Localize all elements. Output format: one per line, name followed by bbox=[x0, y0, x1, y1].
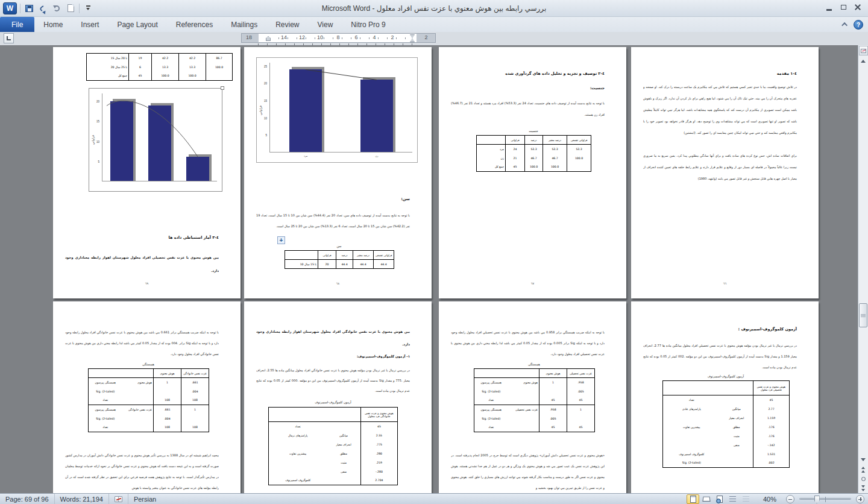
minimize-ribbon-icon[interactable] bbox=[841, 22, 848, 28]
redo-button[interactable] bbox=[51, 3, 62, 14]
table-title: آزمون کلموگروف-اسمیرنوف bbox=[268, 400, 398, 404]
table-row: تعداد45 bbox=[269, 422, 398, 431]
undo-icon bbox=[39, 4, 47, 12]
age-bar-chart[interactable]: فراواني 5101520 bbox=[89, 88, 222, 192]
cell: 45 bbox=[753, 395, 790, 405]
document-page-66[interactable]: ٤-١ مقدمه در تلاش توضيح واقعيت، ما با حد… bbox=[631, 47, 819, 298]
cell: عزت نفس خانوادگی bbox=[122, 405, 154, 414]
select-browse-object-button[interactable] bbox=[859, 474, 867, 484]
cell: 46.7 bbox=[525, 154, 543, 163]
word-logo-icon[interactable]: W bbox=[3, 2, 17, 14]
y-tick-label: 10 bbox=[264, 116, 267, 119]
overlay-line bbox=[107, 101, 198, 157]
table-move-handle-icon[interactable] bbox=[277, 236, 285, 244]
outline-icon bbox=[729, 496, 736, 502]
cell: .004 bbox=[154, 414, 181, 423]
divider bbox=[20, 4, 20, 13]
tab-mailings[interactable]: Mailings bbox=[222, 17, 266, 32]
ruler-strip: 18 14 12 10 8 6 4 2 2 bbox=[0, 32, 868, 45]
zoom-in-button[interactable] bbox=[856, 495, 864, 503]
zoom-slider[interactable] bbox=[799, 498, 851, 500]
document-page-67[interactable]: ٤-٢ توصيف و تجزيه و تحليل داده هاي گردآو… bbox=[439, 47, 626, 298]
cell: همبستگی پیرسون bbox=[474, 405, 508, 414]
zoom-out-button[interactable] bbox=[786, 495, 794, 503]
ks-test-paragraph: در بررسي نرمال يا غير نرمال بودن مؤلفه ه… bbox=[643, 340, 797, 373]
selection-handle[interactable] bbox=[221, 86, 224, 90]
column-header: درصد bbox=[336, 251, 353, 260]
table-row: Sig. (2-tailed).005 bbox=[474, 414, 595, 423]
help-button[interactable]: ? bbox=[854, 20, 863, 30]
window-title: بررسي رابطه بين هوش معنوي با عزت نفس افر… bbox=[0, 0, 868, 16]
new-document-button[interactable] bbox=[65, 3, 76, 14]
next-page-button[interactable] bbox=[859, 484, 867, 493]
tab-nitro-pro[interactable]: Nitro Pro 9 bbox=[342, 17, 394, 32]
vertical-scrollbar[interactable] bbox=[858, 45, 868, 493]
cell: .176 bbox=[753, 432, 790, 441]
horizontal-ruler[interactable]: 18 14 12 10 8 6 4 2 2 bbox=[241, 33, 436, 43]
undo-button[interactable] bbox=[37, 3, 48, 14]
document-page-70[interactable]: آزمون کلموگروف-اسميرنوف : در بررسي نرمال… bbox=[631, 301, 819, 493]
cell bbox=[327, 476, 360, 485]
word-count[interactable]: Words: 21,194 bbox=[55, 494, 109, 504]
minimize-icon bbox=[826, 9, 832, 11]
document-page-71[interactable]: با توجه به اينکه ضريب همبستگي برابر 0.95… bbox=[439, 301, 626, 493]
tab-home[interactable]: Home bbox=[34, 17, 72, 32]
previous-page-button[interactable] bbox=[859, 465, 867, 474]
column-header bbox=[285, 251, 318, 260]
table-row: 10 تا 15 سال2044.444.444.4 bbox=[285, 260, 394, 269]
gender-bar-chart[interactable]: فراواني 510152025 مردزن bbox=[256, 57, 418, 163]
language-indicator[interactable]: Persian bbox=[128, 494, 162, 504]
document-page-73[interactable]: با توجه به اينکه ضريب همبستگي برابر 0.66… bbox=[53, 301, 241, 493]
table-row: مرد2453.353.353.3 bbox=[477, 145, 591, 154]
full-screen-reading-view-button[interactable] bbox=[700, 494, 712, 504]
cell: کلموگروف اسمیرنوف bbox=[269, 476, 327, 485]
tab-stop-selector[interactable] bbox=[4, 33, 14, 43]
customize-quick-access-button[interactable] bbox=[83, 3, 93, 14]
cell bbox=[663, 432, 720, 441]
cell: .219 bbox=[360, 458, 397, 467]
minimize-button[interactable] bbox=[823, 4, 834, 13]
cell: 45 bbox=[129, 72, 152, 81]
cell: تعداد bbox=[474, 423, 508, 432]
tab-view[interactable]: View bbox=[309, 17, 342, 32]
close-button[interactable] bbox=[852, 4, 863, 13]
correlation-result-paragraph: با توجه به اينکه ضريب همبستگي برابر 0.95… bbox=[451, 327, 605, 359]
ruler-number: 4 bbox=[370, 34, 379, 40]
ruler-number: 10 bbox=[316, 34, 324, 40]
table-title: آزمون کلموگروف-اسمیرنوف bbox=[662, 374, 789, 378]
y-tick-label: 5 bbox=[98, 160, 99, 163]
document-page-69[interactable]: 15 تا 20 سال1942.242.286.720 تا 25 سال61… bbox=[53, 47, 241, 298]
tab-page-layout[interactable]: Page Layout bbox=[108, 17, 166, 32]
tab-file[interactable]: File bbox=[0, 17, 34, 32]
chart-y-ticks: 5101520 bbox=[93, 93, 100, 181]
cell: پارامترهای عادی bbox=[663, 405, 720, 414]
outline-view-button[interactable] bbox=[726, 494, 739, 504]
tab-insert[interactable]: Insert bbox=[72, 17, 108, 32]
tab-review[interactable]: Review bbox=[266, 17, 308, 32]
zoom-level[interactable]: 40% bbox=[760, 496, 780, 503]
scroll-down-button[interactable] bbox=[859, 455, 867, 464]
cell bbox=[567, 163, 591, 172]
cell bbox=[269, 458, 327, 467]
document-page-68[interactable]: فراواني 510152025 مردزن سن: با توجه به ن… bbox=[244, 47, 432, 298]
print-layout-view-button[interactable] bbox=[687, 494, 699, 504]
restore-button[interactable] bbox=[838, 4, 849, 13]
tab-references[interactable]: References bbox=[167, 17, 222, 32]
zoom-slider-thumb[interactable] bbox=[814, 496, 820, 503]
cell bbox=[508, 423, 539, 432]
cell bbox=[154, 387, 181, 396]
table-row: همبستگی پیرسونهوش معنوی1.958 bbox=[474, 378, 595, 387]
save-button[interactable] bbox=[24, 3, 34, 14]
page-indicator[interactable]: Page: 69 of 96 bbox=[0, 494, 55, 504]
document-page-72[interactable]: بين هوش معنوي با عزت نفس خانوادگي افراد … bbox=[244, 301, 432, 493]
chevron-down-icon bbox=[86, 5, 91, 11]
draft-view-button[interactable] bbox=[740, 494, 752, 504]
column-header: فراوانی bbox=[318, 251, 336, 260]
proofing-status[interactable] bbox=[109, 494, 128, 504]
view-ruler-button[interactable] bbox=[859, 46, 868, 55]
scroll-up-button[interactable] bbox=[859, 56, 867, 65]
scrollbar-thumb[interactable] bbox=[859, 303, 867, 327]
table-row: همبستگی پیرسونعزت نفس خانوادگی.6611 bbox=[89, 405, 209, 414]
cell bbox=[720, 395, 753, 405]
web-layout-view-button[interactable] bbox=[713, 494, 726, 504]
